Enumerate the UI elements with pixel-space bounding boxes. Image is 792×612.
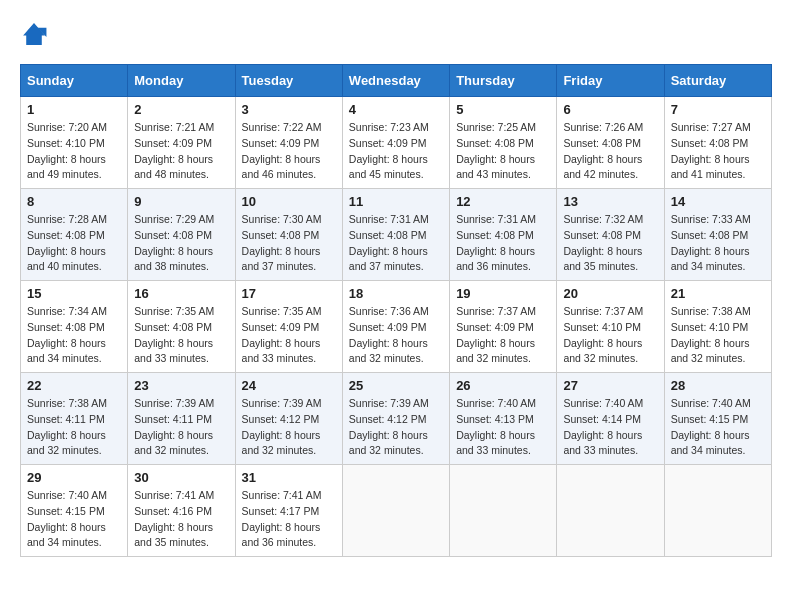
calendar-cell: 10Sunrise: 7:30 AMSunset: 4:08 PMDayligh…: [235, 189, 342, 281]
calendar-cell: 4Sunrise: 7:23 AMSunset: 4:09 PMDaylight…: [342, 97, 449, 189]
day-detail: Sunrise: 7:41 AMSunset: 4:16 PMDaylight:…: [134, 488, 228, 551]
day-number: 24: [242, 378, 336, 393]
day-detail: Sunrise: 7:38 AMSunset: 4:11 PMDaylight:…: [27, 396, 121, 459]
calendar-cell: 1Sunrise: 7:20 AMSunset: 4:10 PMDaylight…: [21, 97, 128, 189]
calendar-cell: 5Sunrise: 7:25 AMSunset: 4:08 PMDaylight…: [450, 97, 557, 189]
calendar-cell: 26Sunrise: 7:40 AMSunset: 4:13 PMDayligh…: [450, 373, 557, 465]
calendar-cell: 6Sunrise: 7:26 AMSunset: 4:08 PMDaylight…: [557, 97, 664, 189]
calendar-cell: 16Sunrise: 7:35 AMSunset: 4:08 PMDayligh…: [128, 281, 235, 373]
day-number: 4: [349, 102, 443, 117]
day-detail: Sunrise: 7:40 AMSunset: 4:13 PMDaylight:…: [456, 396, 550, 459]
day-detail: Sunrise: 7:40 AMSunset: 4:15 PMDaylight:…: [27, 488, 121, 551]
calendar-week-row: 22Sunrise: 7:38 AMSunset: 4:11 PMDayligh…: [21, 373, 772, 465]
calendar-cell: 22Sunrise: 7:38 AMSunset: 4:11 PMDayligh…: [21, 373, 128, 465]
calendar-body: 1Sunrise: 7:20 AMSunset: 4:10 PMDaylight…: [21, 97, 772, 557]
calendar-cell: 30Sunrise: 7:41 AMSunset: 4:16 PMDayligh…: [128, 465, 235, 557]
logo: [20, 20, 52, 48]
day-number: 16: [134, 286, 228, 301]
calendar-cell: 29Sunrise: 7:40 AMSunset: 4:15 PMDayligh…: [21, 465, 128, 557]
day-number: 12: [456, 194, 550, 209]
day-detail: Sunrise: 7:31 AMSunset: 4:08 PMDaylight:…: [349, 212, 443, 275]
day-detail: Sunrise: 7:37 AMSunset: 4:09 PMDaylight:…: [456, 304, 550, 367]
calendar-cell: 9Sunrise: 7:29 AMSunset: 4:08 PMDaylight…: [128, 189, 235, 281]
calendar-cell: 13Sunrise: 7:32 AMSunset: 4:08 PMDayligh…: [557, 189, 664, 281]
day-number: 28: [671, 378, 765, 393]
calendar-week-row: 1Sunrise: 7:20 AMSunset: 4:10 PMDaylight…: [21, 97, 772, 189]
day-number: 13: [563, 194, 657, 209]
weekday-header-cell: Wednesday: [342, 65, 449, 97]
day-detail: Sunrise: 7:29 AMSunset: 4:08 PMDaylight:…: [134, 212, 228, 275]
calendar-cell: 14Sunrise: 7:33 AMSunset: 4:08 PMDayligh…: [664, 189, 771, 281]
day-number: 15: [27, 286, 121, 301]
calendar-cell: 20Sunrise: 7:37 AMSunset: 4:10 PMDayligh…: [557, 281, 664, 373]
day-number: 31: [242, 470, 336, 485]
day-number: 5: [456, 102, 550, 117]
day-number: 20: [563, 286, 657, 301]
day-detail: Sunrise: 7:32 AMSunset: 4:08 PMDaylight:…: [563, 212, 657, 275]
day-detail: Sunrise: 7:34 AMSunset: 4:08 PMDaylight:…: [27, 304, 121, 367]
day-detail: Sunrise: 7:33 AMSunset: 4:08 PMDaylight:…: [671, 212, 765, 275]
day-number: 26: [456, 378, 550, 393]
weekday-header-cell: Sunday: [21, 65, 128, 97]
day-detail: Sunrise: 7:28 AMSunset: 4:08 PMDaylight:…: [27, 212, 121, 275]
day-detail: Sunrise: 7:40 AMSunset: 4:14 PMDaylight:…: [563, 396, 657, 459]
day-detail: Sunrise: 7:31 AMSunset: 4:08 PMDaylight:…: [456, 212, 550, 275]
calendar-cell: 23Sunrise: 7:39 AMSunset: 4:11 PMDayligh…: [128, 373, 235, 465]
calendar-cell: 21Sunrise: 7:38 AMSunset: 4:10 PMDayligh…: [664, 281, 771, 373]
day-detail: Sunrise: 7:35 AMSunset: 4:08 PMDaylight:…: [134, 304, 228, 367]
calendar-cell: 27Sunrise: 7:40 AMSunset: 4:14 PMDayligh…: [557, 373, 664, 465]
logo-icon: [20, 20, 48, 48]
calendar-week-row: 8Sunrise: 7:28 AMSunset: 4:08 PMDaylight…: [21, 189, 772, 281]
calendar-week-row: 15Sunrise: 7:34 AMSunset: 4:08 PMDayligh…: [21, 281, 772, 373]
day-number: 22: [27, 378, 121, 393]
calendar-cell: 11Sunrise: 7:31 AMSunset: 4:08 PMDayligh…: [342, 189, 449, 281]
calendar-cell: [664, 465, 771, 557]
day-number: 29: [27, 470, 121, 485]
calendar-cell: 17Sunrise: 7:35 AMSunset: 4:09 PMDayligh…: [235, 281, 342, 373]
day-number: 30: [134, 470, 228, 485]
day-detail: Sunrise: 7:37 AMSunset: 4:10 PMDaylight:…: [563, 304, 657, 367]
day-number: 10: [242, 194, 336, 209]
calendar-cell: 7Sunrise: 7:27 AMSunset: 4:08 PMDaylight…: [664, 97, 771, 189]
calendar-cell: 24Sunrise: 7:39 AMSunset: 4:12 PMDayligh…: [235, 373, 342, 465]
weekday-header-row: SundayMondayTuesdayWednesdayThursdayFrid…: [21, 65, 772, 97]
calendar-cell: 12Sunrise: 7:31 AMSunset: 4:08 PMDayligh…: [450, 189, 557, 281]
day-number: 23: [134, 378, 228, 393]
day-number: 1: [27, 102, 121, 117]
day-detail: Sunrise: 7:39 AMSunset: 4:12 PMDaylight:…: [349, 396, 443, 459]
calendar-table: SundayMondayTuesdayWednesdayThursdayFrid…: [20, 64, 772, 557]
day-detail: Sunrise: 7:35 AMSunset: 4:09 PMDaylight:…: [242, 304, 336, 367]
day-detail: Sunrise: 7:23 AMSunset: 4:09 PMDaylight:…: [349, 120, 443, 183]
day-detail: Sunrise: 7:25 AMSunset: 4:08 PMDaylight:…: [456, 120, 550, 183]
calendar-cell: 19Sunrise: 7:37 AMSunset: 4:09 PMDayligh…: [450, 281, 557, 373]
day-number: 18: [349, 286, 443, 301]
day-number: 3: [242, 102, 336, 117]
day-number: 19: [456, 286, 550, 301]
day-detail: Sunrise: 7:26 AMSunset: 4:08 PMDaylight:…: [563, 120, 657, 183]
day-number: 8: [27, 194, 121, 209]
day-detail: Sunrise: 7:39 AMSunset: 4:11 PMDaylight:…: [134, 396, 228, 459]
page-header: [20, 20, 772, 48]
calendar-cell: 28Sunrise: 7:40 AMSunset: 4:15 PMDayligh…: [664, 373, 771, 465]
calendar-cell: 31Sunrise: 7:41 AMSunset: 4:17 PMDayligh…: [235, 465, 342, 557]
calendar-cell: 25Sunrise: 7:39 AMSunset: 4:12 PMDayligh…: [342, 373, 449, 465]
day-detail: Sunrise: 7:39 AMSunset: 4:12 PMDaylight:…: [242, 396, 336, 459]
calendar-week-row: 29Sunrise: 7:40 AMSunset: 4:15 PMDayligh…: [21, 465, 772, 557]
weekday-header-cell: Friday: [557, 65, 664, 97]
day-number: 2: [134, 102, 228, 117]
day-detail: Sunrise: 7:36 AMSunset: 4:09 PMDaylight:…: [349, 304, 443, 367]
day-detail: Sunrise: 7:21 AMSunset: 4:09 PMDaylight:…: [134, 120, 228, 183]
day-detail: Sunrise: 7:27 AMSunset: 4:08 PMDaylight:…: [671, 120, 765, 183]
day-detail: Sunrise: 7:20 AMSunset: 4:10 PMDaylight:…: [27, 120, 121, 183]
day-number: 14: [671, 194, 765, 209]
weekday-header-cell: Tuesday: [235, 65, 342, 97]
day-number: 21: [671, 286, 765, 301]
day-number: 17: [242, 286, 336, 301]
calendar-cell: 8Sunrise: 7:28 AMSunset: 4:08 PMDaylight…: [21, 189, 128, 281]
calendar-cell: 2Sunrise: 7:21 AMSunset: 4:09 PMDaylight…: [128, 97, 235, 189]
calendar-cell: [557, 465, 664, 557]
day-number: 6: [563, 102, 657, 117]
day-number: 11: [349, 194, 443, 209]
calendar-cell: 18Sunrise: 7:36 AMSunset: 4:09 PMDayligh…: [342, 281, 449, 373]
weekday-header-cell: Thursday: [450, 65, 557, 97]
